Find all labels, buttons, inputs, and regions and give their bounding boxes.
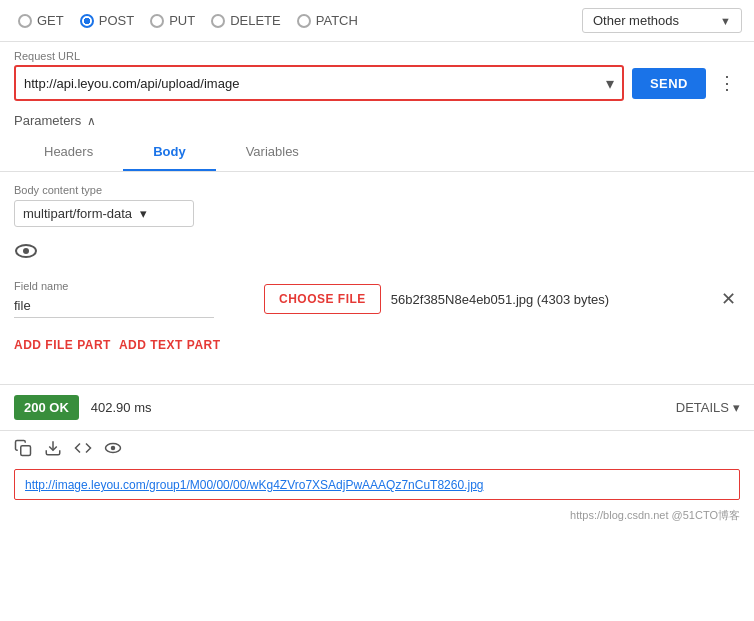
parameters-header[interactable]: Parameters ∧: [0, 107, 754, 134]
field-name-col: Field name: [14, 280, 254, 318]
clear-file-button[interactable]: ✕: [717, 288, 740, 310]
url-row: ▾ SEND ⋮: [14, 65, 740, 101]
radio-put: [150, 14, 164, 28]
chevron-up-icon: ∧: [87, 114, 96, 128]
details-button[interactable]: DETAILS ▾: [676, 400, 740, 415]
body-type-row: multipart/form-data ▾: [14, 200, 740, 227]
method-get-label: GET: [37, 13, 64, 28]
tabs-row: Headers Body Variables: [0, 134, 754, 172]
watermark: https://blog.csdn.net @51CTO博客: [0, 504, 754, 527]
response-time: 402.90 ms: [91, 400, 152, 415]
radio-get: [18, 14, 32, 28]
method-post-label: POST: [99, 13, 134, 28]
file-info: 56b2f385N8e4eb051.jpg (4303 bytes): [391, 292, 707, 307]
radio-patch: [297, 14, 311, 28]
preview-eye-icon[interactable]: [104, 439, 122, 457]
method-patch[interactable]: PATCH: [291, 9, 364, 32]
other-methods-label: Other methods: [593, 13, 679, 28]
url-label: Request URL: [14, 50, 740, 62]
tab-variables[interactable]: Variables: [216, 134, 329, 171]
method-post[interactable]: POST: [74, 9, 140, 32]
url-input[interactable]: [20, 72, 602, 95]
field-label: Field name: [14, 280, 254, 292]
eye-icon-row: [14, 239, 740, 266]
add-text-part-button[interactable]: ADD TEXT PART: [119, 334, 221, 356]
radio-delete: [211, 14, 225, 28]
more-options-button[interactable]: ⋮: [714, 72, 740, 94]
tab-headers[interactable]: Headers: [14, 134, 123, 171]
body-type-label: Body content type: [14, 184, 740, 196]
copy-icon[interactable]: [14, 439, 32, 457]
method-delete[interactable]: DELETE: [205, 9, 287, 32]
status-bar: 200 OK 402.90 ms DETAILS ▾: [0, 385, 754, 430]
chevron-down-icon-details: ▾: [733, 400, 740, 415]
parameters-label: Parameters: [14, 113, 81, 128]
send-button[interactable]: SEND: [632, 68, 706, 99]
field-row: Field name CHOOSE FILE 56b2f385N8e4eb051…: [14, 280, 740, 318]
tab-body[interactable]: Body: [123, 134, 216, 171]
body-type-select[interactable]: multipart/form-data ▾: [14, 200, 194, 227]
svg-point-1: [23, 248, 29, 254]
method-put-label: PUT: [169, 13, 195, 28]
method-get[interactable]: GET: [12, 9, 70, 32]
chevron-down-icon: ▼: [720, 15, 731, 27]
response-url-link[interactable]: http://image.leyou.com/group1/M00/00/00/…: [25, 478, 483, 492]
field-name-input[interactable]: [14, 294, 214, 318]
actions-row: ADD FILE PART ADD TEXT PART: [14, 334, 740, 356]
method-bar: GET POST PUT DELETE PATCH Other methods …: [0, 0, 754, 42]
other-methods-dropdown[interactable]: Other methods ▼: [582, 8, 742, 33]
radio-post: [80, 14, 94, 28]
status-badge: 200 OK: [14, 395, 79, 420]
svg-rect-2: [21, 446, 31, 456]
eye-icon[interactable]: [14, 239, 38, 263]
response-url-box: http://image.leyou.com/group1/M00/00/00/…: [14, 469, 740, 500]
response-toolbar: [0, 430, 754, 465]
choose-file-button[interactable]: CHOOSE FILE: [264, 284, 381, 314]
body-content: Body content type multipart/form-data ▾ …: [0, 172, 754, 384]
svg-point-5: [111, 446, 116, 451]
method-put[interactable]: PUT: [144, 9, 201, 32]
method-delete-label: DELETE: [230, 13, 281, 28]
method-patch-label: PATCH: [316, 13, 358, 28]
url-section: Request URL ▾ SEND ⋮: [0, 42, 754, 107]
body-type-value: multipart/form-data: [23, 206, 132, 221]
code-icon[interactable]: [74, 439, 92, 457]
url-input-wrapper: ▾: [14, 65, 624, 101]
add-file-part-button[interactable]: ADD FILE PART: [14, 334, 111, 356]
url-dropdown-button[interactable]: ▾: [602, 74, 618, 93]
chevron-down-icon-body: ▾: [140, 206, 147, 221]
download-icon[interactable]: [44, 439, 62, 457]
